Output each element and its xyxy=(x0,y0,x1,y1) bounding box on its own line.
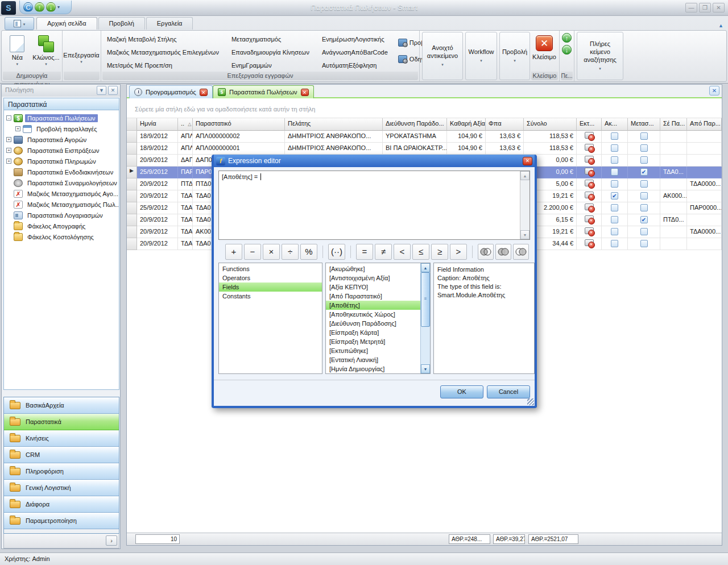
tree-item[interactable]: Παραστατικά Λογαριασμών xyxy=(4,210,119,221)
checkbox-unchecked[interactable] xyxy=(640,240,648,247)
tab-close-icon[interactable]: ✕ xyxy=(301,89,309,96)
operator-button-×[interactable]: × xyxy=(263,244,280,260)
operator-button-÷[interactable]: ÷ xyxy=(282,244,299,260)
scroll-down-icon[interactable]: ▼ xyxy=(520,230,530,239)
dialog-close-icon[interactable]: ✕ xyxy=(523,157,532,165)
navigate-up-icon[interactable]: ↑ xyxy=(562,33,572,43)
ribbon-command[interactable]: ΑνάγνωσηΑπόBarCode xyxy=(320,46,390,59)
tree-expand-icon[interactable]: + xyxy=(6,137,11,142)
memo-scrollbar[interactable]: ▲ ▼ xyxy=(520,171,530,239)
printer-blocked-icon[interactable] xyxy=(584,180,594,188)
checkbox-unchecked[interactable] xyxy=(611,144,618,152)
operator-button-≤[interactable]: ≤ xyxy=(412,244,429,260)
column-header[interactable]: Ημνία xyxy=(137,118,178,131)
printer-blocked-icon[interactable] xyxy=(584,168,594,176)
printer-blocked-icon[interactable] xyxy=(584,156,594,164)
checkbox-unchecked[interactable] xyxy=(611,180,618,188)
ribbon-command[interactable]: Μετασχηματισμός xyxy=(229,33,312,45)
tree-item[interactable]: Φάκελος Κοστολόγησης xyxy=(4,231,119,242)
doc-tab-Παραστατικά Πωλήσεων[interactable]: $Παραστατικά Πωλήσεων✕ xyxy=(213,85,314,98)
venn-union-button[interactable] xyxy=(495,244,511,260)
ribbon-command[interactable]: Μετ/σμός Μέ Προεπ/ση xyxy=(105,59,221,72)
operator-button-≠[interactable]: ≠ xyxy=(375,244,392,260)
operator-button->[interactable]: > xyxy=(450,244,467,260)
venn-intersection-button[interactable] xyxy=(478,244,494,260)
tree-item[interactable]: Παραστατικά Ενδοδιακινήσεων xyxy=(4,167,119,177)
tree-expand-icon[interactable]: + xyxy=(6,159,11,164)
column-header[interactable]: Πελάτης xyxy=(285,118,383,131)
field-item[interactable]: [Είσπραξη Μετρητά] xyxy=(326,337,420,346)
sidebar-module-Παραστατικά[interactable]: Παραστατικά xyxy=(4,414,119,430)
printer-blocked-icon[interactable] xyxy=(584,215,594,223)
checkbox-unchecked[interactable] xyxy=(640,204,648,211)
minimize-button[interactable]: — xyxy=(685,3,697,13)
sidebar-module-Κινήσεις[interactable]: Κινήσεις xyxy=(4,430,119,447)
checkbox-unchecked[interactable] xyxy=(611,168,618,176)
column-header[interactable]: Παραστατικό xyxy=(193,118,285,131)
application-menu-button[interactable]: ▾ xyxy=(5,17,34,30)
field-item[interactable]: [Εντατική Λιανική] xyxy=(326,355,420,364)
sidebar-module-Παραμετροποίηση[interactable]: Παραμετροποίηση xyxy=(4,513,119,529)
tree-expand-icon[interactable]: + xyxy=(6,148,11,153)
view-button[interactable]: Προβολή ▾ xyxy=(499,32,530,80)
close-button[interactable]: ✕ xyxy=(713,3,725,13)
ribbon-command[interactable]: ΕνημέρωσηΛογιστικής xyxy=(320,33,390,45)
tree-item[interactable]: -$Παραστατικά Πωλήσεων xyxy=(4,113,119,123)
field-item[interactable]: [Αντιστοιχισμένη Αξία] xyxy=(326,273,420,282)
field-item[interactable]: [Είσπραξη Κάρτα] xyxy=(326,328,420,337)
checkbox-checked[interactable]: ✔ xyxy=(640,216,648,223)
tree-item[interactable]: ✗Μαζικός Μετασχηματισμός Αγο... xyxy=(4,188,119,199)
checkbox-unchecked[interactable] xyxy=(611,228,618,235)
tree-item[interactable]: Φάκελος Απογραφής xyxy=(4,221,119,231)
tree-expand-icon[interactable]: - xyxy=(6,115,11,121)
column-header[interactable]: Από Παρ... xyxy=(687,118,722,131)
printer-blocked-icon[interactable] xyxy=(584,192,594,200)
printer-blocked-icon[interactable] xyxy=(584,203,594,211)
column-header[interactable]: Σέ Πα... xyxy=(660,118,687,131)
tree-item[interactable]: Παραστατικά Συναρμολογήσεων xyxy=(4,177,119,188)
printer-blocked-icon[interactable] xyxy=(584,144,594,152)
checkbox-unchecked[interactable] xyxy=(640,180,648,188)
printer-blocked-icon[interactable] xyxy=(584,227,594,235)
restore-button[interactable]: ❐ xyxy=(699,3,711,13)
field-list-scrollbar[interactable]: ▲ ≡ ▼ xyxy=(420,263,430,373)
column-header[interactable]: Μετασ... xyxy=(628,118,660,131)
ribbon-command[interactable]: Μαζικός Μετασχηματισμός Επιλεγμένων xyxy=(105,46,221,59)
open-object-button[interactable]: Ανοιχτό αντικείμενο ▾ xyxy=(422,32,463,80)
column-header[interactable]: Φπα xyxy=(486,118,524,131)
tree-item[interactable]: ✗Μαζικός Μετασχηματισμός Πωλ... xyxy=(4,199,119,210)
checkbox-unchecked[interactable] xyxy=(640,132,648,140)
doc-tab-Προγραμματισμός[interactable]: Προγραμματισμός✕ xyxy=(129,85,213,98)
scrollbar-thumb[interactable]: ≡ xyxy=(421,272,430,327)
checkbox-unchecked[interactable] xyxy=(611,132,618,140)
ribbon-command[interactable]: Επαναδημιουργία Κίνησεων xyxy=(229,46,312,59)
field-item[interactable]: [Εκτυπώθηκε] xyxy=(326,346,420,355)
category-item-Operators[interactable]: Operators xyxy=(219,273,322,282)
category-item-Constants[interactable]: Constants xyxy=(219,292,322,301)
venn-left-button[interactable] xyxy=(513,244,529,260)
operator-button-<[interactable]: < xyxy=(394,244,411,260)
printer-blocked-icon[interactable] xyxy=(584,132,594,140)
checkbox-unchecked[interactable] xyxy=(640,228,648,235)
field-item[interactable]: [Αξία ΚΕΠΥΟ] xyxy=(326,282,420,292)
tree-item[interactable]: +Προβολή παραλλαγές xyxy=(4,123,119,134)
checkbox-checked[interactable]: ✔ xyxy=(640,168,648,176)
column-header[interactable]: Καθαρή Αξία xyxy=(447,118,486,131)
ribbon-tab-Εργαλεία[interactable]: Εργαλεία xyxy=(146,17,193,30)
resize-grip[interactable] xyxy=(527,398,534,405)
category-item-Fields[interactable]: Fields xyxy=(219,282,322,292)
tree-expand-icon[interactable]: + xyxy=(15,126,20,131)
checkbox-checked[interactable]: ✔ xyxy=(611,192,618,200)
operator-button-+[interactable]: + xyxy=(225,244,242,260)
ribbon-command[interactable]: ΑυτόματηΕξόφληση xyxy=(320,59,390,72)
checkbox-unchecked[interactable] xyxy=(640,192,648,200)
tree-item[interactable]: +Παραστατικά Εισπράξεων xyxy=(4,145,119,156)
sidebar-module-Γενική Λογιστική[interactable]: Γενική Λογιστική xyxy=(4,480,119,496)
new-button[interactable]: Νέα ▾ xyxy=(4,32,30,70)
checkbox-unchecked[interactable] xyxy=(611,204,618,211)
pin-icon[interactable]: ▼ xyxy=(97,86,106,95)
operator-button-(··)[interactable]: (··) xyxy=(328,244,345,260)
fulltext-search-button[interactable]: Πλήρες κείμενο αναζήτησης ▾ xyxy=(577,32,623,80)
sidebar-module-Πληροφόριση[interactable]: Πληροφόριση xyxy=(4,463,119,480)
column-header[interactable]: Σύνολο xyxy=(524,118,577,131)
